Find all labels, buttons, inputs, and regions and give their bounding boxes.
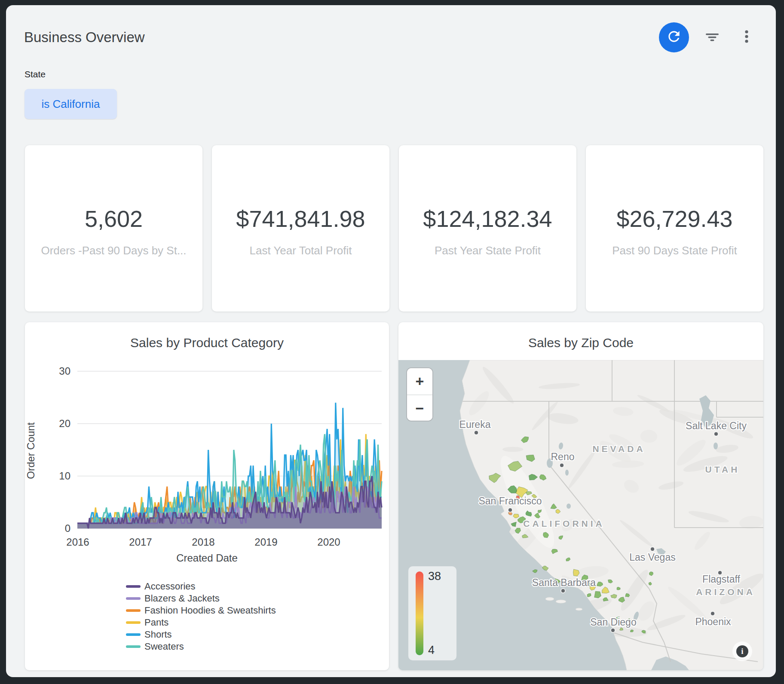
city-dot: [710, 611, 715, 616]
map-color-legend: 38 4: [408, 566, 456, 660]
y-tick-label: 20: [59, 418, 70, 429]
legend-swatch: [126, 597, 141, 600]
city-dot: [560, 463, 564, 467]
legend-item: Pants: [126, 617, 276, 629]
filter-button[interactable]: [697, 22, 727, 52]
scorecard-value: 5,602: [25, 205, 202, 232]
legend-swatch: [126, 621, 141, 624]
x-tick-label: 2020: [317, 536, 340, 548]
x-tick-label: 2018: [192, 536, 214, 548]
filter-label: State: [24, 69, 46, 79]
legend-swatch: [126, 645, 141, 648]
category-sales-chart-card: Sales by Product Category 01020302016201…: [25, 322, 389, 670]
zip-region: [630, 630, 633, 632]
city-label: Eureka: [459, 419, 491, 430]
refresh-button[interactable]: [659, 22, 689, 52]
scorecard-label: Orders -Past 90 Days by St...: [25, 244, 202, 257]
map-canvas[interactable]: NEVADACALIFORNIAUTAHARIZONAEurekaRenoSal…: [398, 360, 763, 670]
scorecard-orders: 5,602 Orders -Past 90 Days by St...: [25, 145, 202, 311]
x-tick-label: 2016: [66, 536, 89, 548]
chart-legend: AccessoriesBlazers & JacketsFashion Hood…: [126, 580, 276, 653]
legend-swatch: [126, 633, 141, 636]
gradient-bar: [416, 571, 423, 655]
y-axis-title: Order Count: [25, 382, 37, 519]
state-label: ARIZONA: [696, 587, 755, 597]
x-tick-label: 2017: [129, 536, 152, 548]
scorecard-value: $124,182.34: [399, 205, 576, 232]
legend-item: Fashion Hoodies & Sweatshirts: [126, 605, 276, 617]
city-dot: [611, 628, 615, 632]
legend-swatch: [126, 585, 141, 588]
scorecard-last-year-profit: $741,841.98 Last Year Total Profit: [212, 145, 389, 311]
scorecard-label: Last Year Total Profit: [212, 244, 389, 257]
island: [556, 600, 566, 603]
legend-item-label: Accessories: [144, 581, 196, 592]
dashboard-page: Business Overview State is California 5,…: [6, 5, 776, 677]
map-title: Sales by Zip Code: [398, 335, 763, 351]
y-tick-label: 10: [59, 470, 70, 482]
scorecard-label: Past Year State Profit: [399, 244, 576, 257]
legend-min-value: 4: [428, 644, 435, 657]
legend-max-value: 38: [428, 570, 441, 583]
city-label: Las Vegas: [629, 552, 675, 563]
lake: [714, 443, 718, 449]
info-icon: i: [736, 645, 748, 657]
legend-item: Sweaters: [126, 641, 276, 653]
scorecard-value: $26,729.43: [586, 205, 763, 232]
zip-sales-map-card: Sales by Zip Code NEVADACALIFORNIAUTAHAR…: [398, 322, 763, 670]
legend-item: Shorts: [126, 629, 276, 641]
x-axis-title: Created Date: [25, 552, 389, 564]
legend-item: Accessories: [126, 580, 276, 592]
filter-icon: [704, 28, 721, 47]
zoom-out-button[interactable]: −: [407, 395, 432, 421]
scorecard-past-90-days-state-profit: $26,729.43 Past 90 Days State Profit: [586, 145, 763, 311]
state-label: CALIFORNIA: [523, 519, 605, 528]
map-info-button[interactable]: i: [732, 641, 752, 661]
legend-item-label: Fashion Hoodies & Sweatshirts: [144, 605, 276, 616]
city-label: San Diego: [590, 617, 636, 628]
city-dot: [714, 432, 718, 436]
city-label: San Francisco: [478, 495, 542, 507]
kebab-icon: [738, 28, 755, 47]
legend-item: Blazers & Jackets: [126, 592, 276, 605]
city-dot: [508, 508, 512, 512]
city-dot: [561, 589, 565, 593]
refresh-icon: [666, 28, 682, 46]
lake: [565, 470, 569, 476]
city-label: Santa Barbara: [532, 577, 596, 588]
city-label: Phoenix: [695, 616, 731, 627]
city-label: Salt Lake City: [686, 420, 747, 431]
state-label: NEVADA: [592, 444, 645, 454]
y-tick-label: 0: [65, 522, 70, 534]
state-label: UTAH: [705, 464, 740, 474]
state-filter-chip-text: is California: [42, 98, 100, 111]
city-dot: [650, 547, 655, 551]
island: [576, 608, 582, 611]
scorecard-value: $741,841.98: [212, 205, 389, 232]
more-menu-button[interactable]: [732, 22, 762, 52]
scorecard-past-year-state-profit: $124,182.34 Past Year State Profit: [399, 145, 576, 311]
x-tick-label: 2019: [254, 536, 277, 548]
state-filter-chip[interactable]: is California: [24, 89, 117, 119]
lake: [567, 504, 571, 509]
legend-item-label: Blazers & Jackets: [144, 593, 220, 604]
city-dot: [474, 431, 478, 435]
legend-item-label: Pants: [144, 617, 168, 628]
city-label: Flagstaff: [702, 574, 740, 585]
y-tick-label: 30: [59, 365, 70, 377]
city-label: Reno: [551, 451, 575, 462]
legend-item-label: Sweaters: [144, 641, 184, 652]
legend-item-label: Shorts: [144, 629, 172, 640]
page-title: Business Overview: [24, 29, 145, 46]
legend-swatch: [126, 609, 141, 612]
island: [545, 597, 554, 601]
zoom-in-button[interactable]: +: [407, 368, 432, 394]
map-zoom-control: + −: [406, 367, 433, 421]
scorecard-label: Past 90 Days State Profit: [586, 244, 763, 257]
